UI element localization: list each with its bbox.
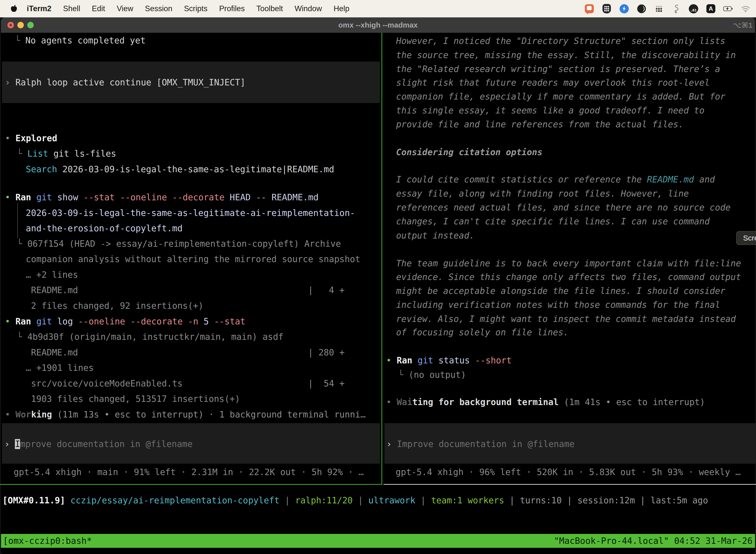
- tmux-status-bar: [omx-cczip0:bash* "MacBook-Pro-44.local"…: [1, 534, 755, 548]
- reasoning-line: review. Also, I might want to inspect th…: [396, 311, 736, 327]
- ran-git-log-line: • Ran git log --oneline --decorate -n 5 …: [5, 314, 245, 329]
- menu-item-session[interactable]: Session: [145, 4, 172, 13]
- stats-badge-text: ..61: [690, 8, 696, 13]
- command-arg-line: and-the-erosion-of-copyleft.md: [26, 221, 183, 236]
- letter-a-text: A: [709, 5, 713, 12]
- command-arg-line: 2026-03-09-is-legal-the-same-as-legitima…: [26, 205, 355, 221]
- command-output-line: README.md | 4 +: [31, 282, 344, 298]
- tree-guide-line: [17, 203, 18, 238]
- reasoning-line: essay file, along with finding root file…: [396, 186, 689, 201]
- menu-item-view[interactable]: View: [117, 4, 133, 13]
- command-output-line: 1903 files changed, 513517 insertions(+): [31, 391, 240, 406]
- reasoning-line: companion file, especially if more comme…: [396, 89, 726, 104]
- reasoning-line: the "Related research writing" section i…: [396, 61, 720, 77]
- window-shortcut-badge: ⌥⌘1: [733, 17, 753, 33]
- explored-search-line: Search 2026-03-09-is-legal-the-same-as-l…: [26, 162, 334, 177]
- reasoning-line: the source tree, missing the essay. Stil…: [396, 47, 736, 63]
- command-output-line: └ (no output): [398, 367, 466, 383]
- battery-charging-icon[interactable]: [723, 4, 733, 14]
- window-title: omx --xhigh --madmax: [0, 17, 756, 33]
- tooltip-text: Scre: [743, 234, 756, 242]
- menu-items: iTerm2ShellEditViewSessionScriptsProfile…: [27, 4, 350, 13]
- reasoning-line: provide file and line references from th…: [396, 117, 684, 132]
- menu-item-toolbelt[interactable]: Toolbelt: [256, 4, 283, 13]
- menu-item-profiles[interactable]: Profiles: [219, 4, 245, 13]
- reasoning-line: I could cite commit statistics or refere…: [396, 172, 715, 187]
- reasoning-line: changes, I can't cite specific file line…: [396, 214, 710, 229]
- reasoning-line: including verification notes with those …: [396, 297, 720, 313]
- letter-a-icon[interactable]: A: [706, 4, 716, 14]
- blue-bolt-badge-icon[interactable]: [619, 4, 629, 14]
- command-output-line: └ 4b9d30f (origin/main, instructkr/main,…: [17, 329, 284, 344]
- prompt-line-left: › Improve documentation in @filename: [4, 436, 193, 452]
- waiting-status-line: • Waiting for background terminal (1m 41…: [386, 394, 705, 410]
- menu-item-iterm2[interactable]: iTerm2: [27, 4, 51, 13]
- left-pane-bottom-border: [0, 484, 381, 485]
- reasoning-line: However, I noticed the "Directory Struct…: [396, 33, 726, 49]
- command-output-line: └ 067f154 (HEAD -> essay/ai-reimplementa…: [17, 236, 341, 252]
- reasoning-line: might be acceptable alongside the file l…: [396, 283, 726, 298]
- model-status-line-right: gpt-5.4 xhigh · 96% left · 520K in · 5.8…: [396, 464, 741, 480]
- omx-status-bar: [OMX#0.11.9] cczip/essay/ai-reimplementa…: [2, 493, 708, 508]
- macos-menubar: iTerm2ShellEditViewSessionScriptsProfile…: [0, 0, 756, 17]
- keypad-shield-icon[interactable]: [602, 4, 612, 14]
- no-agents-line: └ No agents completed yet: [15, 33, 145, 48]
- explored-heading: • Explored: [5, 130, 57, 146]
- menubar-status-icons: ..61 A: [584, 4, 756, 14]
- reasoning-line: of focusing solely on file lines.: [396, 325, 568, 340]
- command-output-line: README.md | 280 +: [31, 345, 344, 360]
- reasoning-heading: Considering citation options: [396, 145, 543, 160]
- reasoning-line: this single essay, it seems like a good …: [396, 103, 704, 118]
- command-output-line: companion analysis without altering the …: [26, 252, 360, 267]
- tmux-host-clock: "MacBook-Pro-44.local" 04:52 31-Mar-26: [554, 536, 755, 546]
- screenshot-chat-icon[interactable]: [584, 4, 594, 14]
- reasoning-line: evidence. Since this change only affects…: [396, 269, 741, 285]
- ralph-loop-line: › Ralph loop active continue [OMX_TMUX_I…: [5, 75, 245, 90]
- menu-item-edit[interactable]: Edit: [92, 4, 105, 13]
- stats-circle-icon[interactable]: ..61: [689, 4, 698, 14]
- menu-item-shell[interactable]: Shell: [63, 4, 80, 13]
- tmux-session-label: [omx-cczip0:bash*: [1, 536, 92, 546]
- command-output-line: … +2 lines: [26, 267, 78, 282]
- menu-item-window[interactable]: Window: [295, 4, 322, 13]
- reasoning-line: slight risk that future readers may over…: [396, 75, 710, 90]
- command-output-line: src/voice/voiceModeEnabled.ts | 54 +: [31, 376, 344, 391]
- screenshot-tooltip: Scre: [736, 231, 756, 245]
- right-pane-bottom-border: [383, 484, 756, 485]
- working-status-line: • Working (11m 13s • esc to interrupt) ·…: [5, 407, 366, 422]
- prompt-line-right: › Improve documentation in @filename: [386, 436, 575, 452]
- ran-git-status-line: • Ran git status --short: [386, 353, 512, 368]
- menu-item-help[interactable]: Help: [334, 4, 350, 13]
- squiggle-icon[interactable]: [671, 4, 681, 14]
- reasoning-line: The team guideline is to back every impo…: [396, 256, 741, 271]
- wifi-icon[interactable]: [741, 4, 751, 14]
- pane-divider[interactable]: [381, 33, 382, 485]
- model-status-line-left: gpt-5.4 xhigh · main · 91% left · 2.31M …: [14, 464, 364, 480]
- ran-git-show-line: • Ran git show --stat --oneline --decora…: [5, 189, 318, 205]
- command-output-line: … +1901 lines: [26, 360, 94, 376]
- dots-grid-icon[interactable]: [654, 4, 664, 14]
- reasoning-line: references need actual files, and since …: [396, 200, 731, 215]
- menu-item-scripts[interactable]: Scripts: [184, 4, 208, 13]
- apple-logo-icon[interactable]: [10, 4, 18, 13]
- reasoning-line: output instead.: [396, 228, 475, 243]
- contrast-circle-icon[interactable]: [636, 4, 646, 14]
- command-output-line: 2 files changed, 92 insertions(+): [31, 298, 203, 314]
- explored-list-line: └ List git ls-files: [17, 146, 116, 161]
